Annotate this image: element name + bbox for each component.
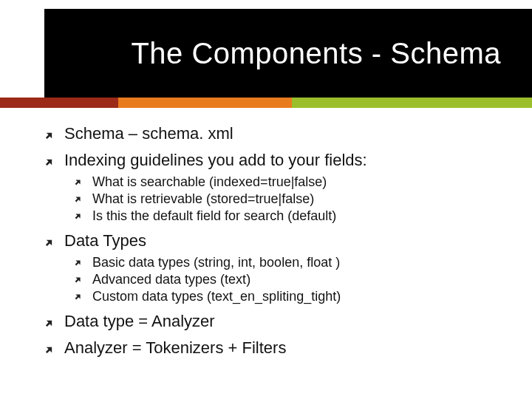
bullet-text: Data type = Analyzer xyxy=(64,312,215,331)
sub-bullet-text: Custom data types (text_en_spliting_tigh… xyxy=(92,289,341,304)
sub-bullet-text: What is retrievable (stored=true|false) xyxy=(92,191,314,207)
sub-bullet-text: Is this the default field for search (de… xyxy=(92,208,336,224)
arrow-icon xyxy=(44,238,54,250)
list-item: Data Types Basic data types (string, int… xyxy=(44,231,502,304)
header-bar: The Components - Schema xyxy=(44,9,532,98)
bullet-text: Data Types xyxy=(64,231,146,250)
sub-bullet-list: Basic data types (string, int, boolen, f… xyxy=(74,255,502,304)
arrow-icon xyxy=(44,318,54,330)
stripe-green xyxy=(292,98,532,108)
bullet-text: Analyzer = Tokenizers + Filters xyxy=(64,338,286,358)
arrow-icon xyxy=(74,211,82,222)
bullet-text: Indexing guidelines you add to your fiel… xyxy=(64,151,367,170)
sub-bullet-list: What is searchable (indexed=true|false) … xyxy=(74,174,502,224)
bullet-text: Schema – schema. xml xyxy=(64,124,233,143)
sub-bullet-text: Advanced data types (text) xyxy=(92,272,250,287)
arrow-icon xyxy=(74,177,82,188)
list-item: Custom data types (text_en_spliting_tigh… xyxy=(74,289,502,304)
list-item: What is retrievable (stored=true|false) xyxy=(74,191,502,207)
sub-bullet-text: What is searchable (indexed=true|false) xyxy=(92,174,327,190)
accent-stripe xyxy=(0,98,532,108)
slide-title: The Components - Schema xyxy=(131,37,501,70)
list-item: Is this the default field for search (de… xyxy=(74,208,502,224)
arrow-icon xyxy=(74,194,82,205)
list-item: Basic data types (string, int, boolen, f… xyxy=(74,255,502,270)
stripe-orange xyxy=(118,98,292,108)
bullet-list: Schema – schema. xml Indexing guidelines… xyxy=(44,124,502,358)
list-item: Data type = Analyzer xyxy=(44,312,502,331)
arrow-icon xyxy=(44,131,54,143)
content-area: Schema – schema. xml Indexing guidelines… xyxy=(44,117,502,362)
stripe-red xyxy=(0,98,118,108)
arrow-icon xyxy=(74,257,82,269)
list-item: Advanced data types (text) xyxy=(74,272,502,287)
arrow-icon xyxy=(74,274,82,286)
arrow-icon xyxy=(44,345,54,357)
list-item: Indexing guidelines you add to your fiel… xyxy=(44,151,502,224)
list-item: What is searchable (indexed=true|false) xyxy=(74,174,502,190)
sub-bullet-text: Basic data types (string, int, boolen, f… xyxy=(92,255,340,270)
arrow-icon xyxy=(74,291,82,303)
slide: The Components - Schema Schema – schema.… xyxy=(0,0,532,399)
arrow-icon xyxy=(44,157,54,169)
list-item: Analyzer = Tokenizers + Filters xyxy=(44,338,502,358)
list-item: Schema – schema. xml xyxy=(44,124,502,143)
